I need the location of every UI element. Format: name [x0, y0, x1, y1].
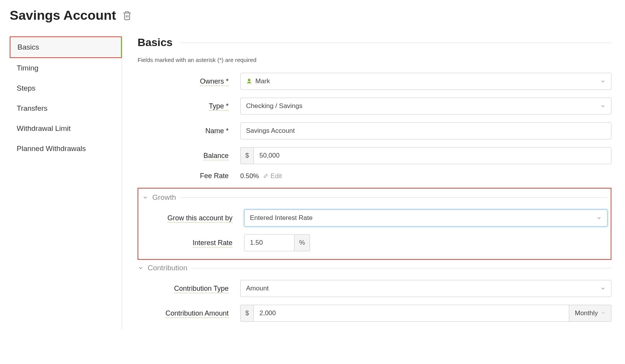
growth-section-highlight: Growth Grow this account by Entered Inte… — [138, 188, 611, 260]
type-value: Checking / Savings — [246, 102, 303, 110]
grow-by-select[interactable]: Entered Interest Rate — [244, 209, 608, 227]
type-select[interactable]: Checking / Savings — [240, 98, 611, 115]
section-title: Basics — [138, 36, 172, 49]
grow-by-value: Entered Interest Rate — [250, 214, 313, 222]
chevron-down-icon — [600, 103, 606, 109]
chevron-down-icon — [600, 79, 606, 84]
chevron-down-icon — [601, 309, 606, 317]
sidebar-item-transfers[interactable]: Transfers — [10, 98, 122, 118]
interest-rate-input[interactable] — [244, 234, 294, 251]
owners-select[interactable]: Mark — [240, 73, 611, 90]
currency-symbol: $ — [240, 147, 253, 164]
chevron-down-icon[interactable] — [138, 265, 144, 271]
contribution-type-value: Amount — [246, 285, 269, 292]
person-icon — [246, 78, 252, 84]
chevron-down-icon — [596, 215, 602, 221]
chevron-down-icon[interactable] — [142, 194, 148, 201]
sidebar-item-steps[interactable]: Steps — [10, 78, 122, 98]
trash-icon[interactable] — [122, 10, 132, 21]
contribution-amount-label: Contribution Amount — [138, 309, 240, 318]
owners-label: Owners * — [138, 77, 240, 86]
contribution-type-select[interactable]: Amount — [240, 280, 611, 297]
percent-suffix: % — [294, 234, 310, 251]
interest-rate-label: Interest Rate — [141, 239, 244, 247]
required-note: Fields marked with an asterisk (*) are r… — [138, 57, 611, 63]
chevron-down-icon — [600, 286, 606, 291]
fee-rate-label: Fee Rate — [138, 172, 240, 180]
fee-rate-value: 0.50% — [240, 172, 259, 180]
name-input[interactable] — [240, 122, 611, 139]
page-title: Savings Account — [10, 8, 116, 23]
contribution-frequency-select[interactable]: Monthly — [569, 305, 611, 322]
sidebar-item-basics[interactable]: Basics — [10, 36, 122, 58]
sidebar-item-planned-withdrawals[interactable]: Planned Withdrawals — [10, 139, 122, 159]
contribution-rule — [191, 268, 611, 268]
pencil-icon[interactable] — [263, 173, 268, 179]
contribution-frequency-value: Monthly — [575, 309, 598, 317]
section-rule — [180, 43, 611, 43]
sidebar-item-withdrawal-limit[interactable]: Withdrawal Limit — [10, 118, 122, 139]
contribution-type-label: Contribution Type — [138, 285, 240, 293]
type-label: Type * — [138, 102, 240, 110]
contribution-section-title: Contribution — [148, 264, 187, 272]
balance-input[interactable] — [253, 147, 611, 164]
sidebar: Basics Timing Steps Transfers Withdrawal… — [10, 36, 122, 330]
owners-value: Mark — [255, 77, 270, 85]
name-label: Name * — [138, 127, 240, 135]
growth-section-title: Growth — [152, 193, 176, 202]
growth-rule — [180, 197, 608, 198]
contribution-amount-input[interactable] — [253, 305, 569, 322]
balance-label: Balance — [138, 152, 240, 160]
currency-symbol: $ — [240, 305, 253, 322]
edit-link[interactable]: Edit — [270, 172, 282, 180]
grow-by-label: Grow this account by — [141, 214, 244, 222]
sidebar-item-timing[interactable]: Timing — [10, 58, 122, 78]
